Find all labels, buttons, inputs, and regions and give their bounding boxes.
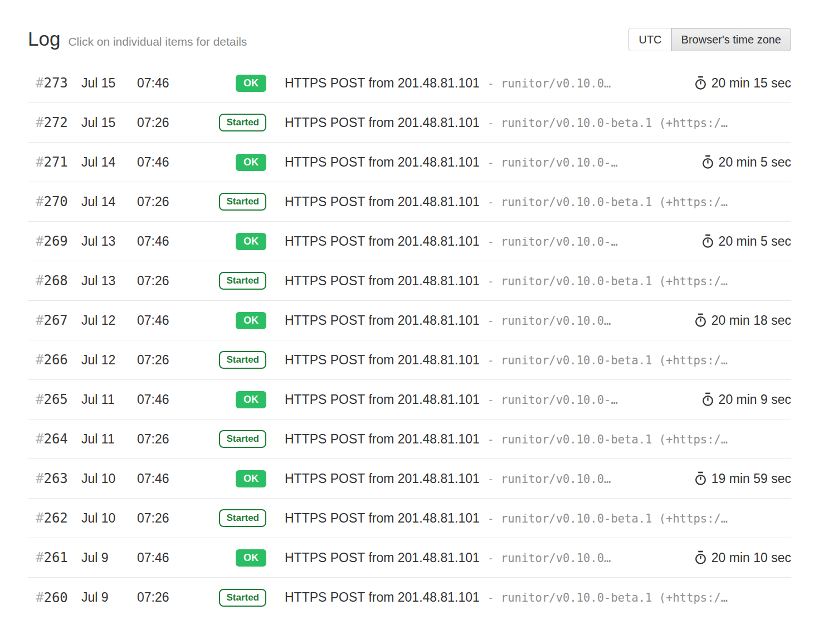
ping-message: HTTPS POST from 201.48.81.101 - runitor/… [285,274,791,289]
ping-date: Jul 11 [81,392,137,407]
stopwatch-icon [694,550,707,565]
ping-time: 07:26 [137,274,192,289]
ping-time: 07:46 [137,313,192,328]
badge-cell: Started [192,272,266,290]
badge-cell: OK [192,391,266,408]
event-text: HTTPS POST from 201.48.81.101 [285,550,480,565]
log-row[interactable]: #267 Jul 12 07:46 OK HTTPS POST from 201… [28,301,791,340]
user-agent-text: runitor/v0.10.0-beta.1 (+https:/… [501,433,728,446]
ping-number: #268 [28,273,81,289]
badge-cell: OK [192,233,266,250]
log-row[interactable]: #261 Jul 9 07:46 OK HTTPS POST from 201.… [28,538,791,578]
log-row[interactable]: #260 Jul 9 07:26 Started HTTPS POST from… [28,578,791,617]
log-row[interactable]: #272 Jul 15 07:26 Started HTTPS POST fro… [28,103,791,143]
duration-text: 20 min 15 sec [711,76,791,91]
user-agent-text: runitor/v0.10.0… [501,472,611,486]
status-badge: OK [236,549,266,567]
status-badge: Started [219,193,266,211]
ping-date: Jul 14 [81,194,137,209]
ping-time: 07:46 [137,392,192,407]
ping-message: HTTPS POST from 201.48.81.101 - runitor/… [285,550,682,565]
log-row[interactable]: #266 Jul 12 07:26 Started HTTPS POST fro… [28,340,791,380]
ping-number-value: 265 [43,392,67,407]
badge-cell: OK [192,549,266,567]
ping-number-value: 269 [43,233,67,249]
ping-time: 07:46 [137,155,192,170]
ping-date: Jul 11 [81,432,137,447]
ping-number-value: 262 [43,510,67,526]
ping-time: 07:26 [137,511,192,526]
ping-number: #261 [28,550,81,565]
badge-cell: Started [192,114,266,131]
ping-message: HTTPS POST from 201.48.81.101 - runitor/… [285,353,791,368]
event-separator: - [488,77,494,90]
stopwatch-icon [701,155,714,169]
browser-timezone-button[interactable]: Browser's time zone [671,28,791,51]
event-text: HTTPS POST from 201.48.81.101 [285,274,480,289]
user-agent-text: runitor/v0.10.0-beta.1 (+https:/… [501,116,728,130]
user-agent-text: runitor/v0.10.0-beta.1 (+https:/… [501,591,728,604]
user-agent-text: runitor/v0.10.0-… [501,393,618,407]
ping-number: #270 [28,194,81,209]
badge-cell: Started [192,193,266,211]
ping-number-value: 272 [43,115,67,130]
duration: 20 min 10 sec [694,550,791,565]
log-row[interactable]: #269 Jul 13 07:46 OK HTTPS POST from 201… [28,222,791,261]
log-row[interactable]: #273 Jul 15 07:46 OK HTTPS POST from 201… [28,64,791,103]
page-subtitle: Click on individual items for details [68,35,247,48]
event-separator: - [488,275,494,288]
log-row[interactable]: #270 Jul 14 07:26 Started HTTPS POST fro… [28,182,791,222]
ping-message: HTTPS POST from 201.48.81.101 - runitor/… [285,432,791,447]
log-row[interactable]: #263 Jul 10 07:46 OK HTTPS POST from 201… [28,459,791,499]
utc-button[interactable]: UTC [628,28,671,51]
ping-number-value: 266 [43,352,67,368]
timezone-toggle: UTC Browser's time zone [628,28,791,51]
ping-number: #260 [28,590,81,606]
event-text: HTTPS POST from 201.48.81.101 [285,313,480,328]
ping-message: HTTPS POST from 201.48.81.101 - runitor/… [285,313,682,328]
duration: 20 min 18 sec [694,313,791,328]
duration: 19 min 59 sec [694,471,791,486]
ping-message: HTTPS POST from 201.48.81.101 - runitor/… [285,471,682,486]
ping-message: HTTPS POST from 201.48.81.101 - runitor/… [285,590,791,605]
ping-date: Jul 10 [81,511,137,526]
event-text: HTTPS POST from 201.48.81.101 [285,511,480,526]
event-separator: - [488,433,494,446]
event-separator: - [488,472,494,486]
log-row[interactable]: #265 Jul 11 07:46 OK HTTPS POST from 201… [28,380,791,419]
status-badge: OK [236,154,266,171]
badge-cell: OK [192,154,266,171]
status-badge: OK [236,75,266,92]
event-text: HTTPS POST from 201.48.81.101 [285,194,480,209]
duration-text: 20 min 5 sec [719,155,791,170]
event-text: HTTPS POST from 201.48.81.101 [285,471,480,486]
event-separator: - [488,196,494,209]
log-row[interactable]: #262 Jul 10 07:26 Started HTTPS POST fro… [28,499,791,538]
ping-date: Jul 9 [81,590,137,605]
ping-number-value: 273 [43,75,67,91]
ping-message: HTTPS POST from 201.48.81.101 - runitor/… [285,194,791,209]
ping-number: #267 [28,313,81,328]
duration: 20 min 5 sec [701,155,791,170]
ping-number-value: 264 [43,431,67,447]
ping-number: #263 [28,471,81,486]
user-agent-text: runitor/v0.10.0-beta.1 (+https:/… [501,354,728,367]
duration: 20 min 15 sec [694,76,791,91]
ping-time: 07:26 [137,432,192,447]
log-page: Log Click on individual items for detail… [0,0,819,617]
log-row[interactable]: #264 Jul 11 07:26 Started HTTPS POST fro… [28,419,791,459]
log-row[interactable]: #271 Jul 14 07:46 OK HTTPS POST from 201… [28,143,791,182]
event-separator: - [488,393,494,407]
ping-number-hash: # [36,590,43,606]
user-agent-text: runitor/v0.10.0… [501,77,611,90]
event-text: HTTPS POST from 201.48.81.101 [285,392,480,407]
badge-cell: Started [192,589,266,607]
log-table: #273 Jul 15 07:46 OK HTTPS POST from 201… [28,64,791,617]
status-badge: Started [219,509,266,527]
status-badge: OK [236,312,266,329]
ping-number-hash: # [36,154,43,170]
log-row[interactable]: #268 Jul 13 07:26 Started HTTPS POST fro… [28,261,791,301]
event-separator: - [488,314,494,328]
event-text: HTTPS POST from 201.48.81.101 [285,353,480,368]
stopwatch-icon [694,471,707,486]
